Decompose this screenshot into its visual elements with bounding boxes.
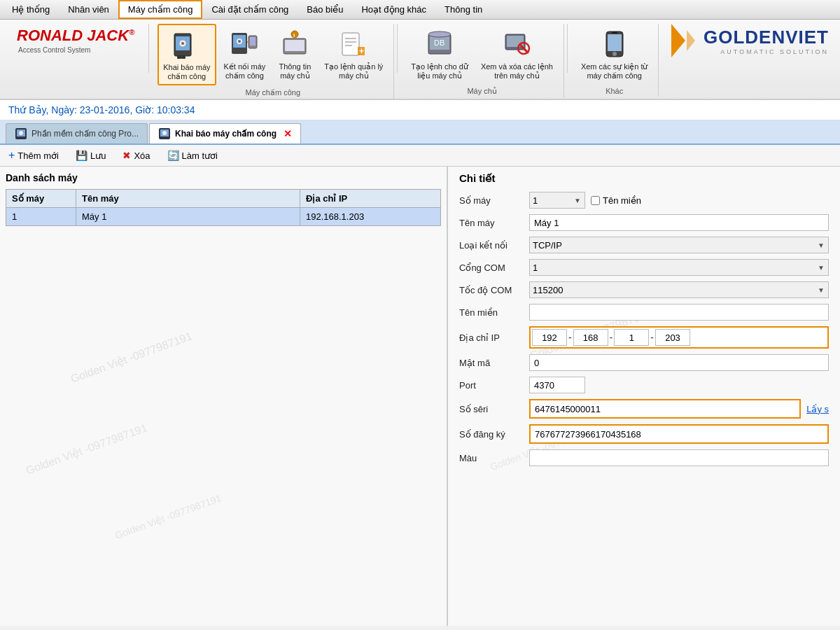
- lay-so-link[interactable]: Lấy s: [806, 404, 829, 414]
- xem-xoa-label: Xem và xóa các lệnhtrên máy chủ: [481, 62, 553, 80]
- svg-text:i: i: [293, 32, 295, 38]
- so-seri-wrapper: [529, 399, 801, 419]
- ribbon-btn-ket-noi[interactable]: Kết nối máychấm công: [219, 24, 271, 85]
- so-seri-control: Lấy s: [529, 399, 829, 419]
- ribbon-group-khac: Xem các sự kiện từmáy chấm công Khác: [570, 24, 659, 97]
- menu-hoat-dong-khac[interactable]: Hoạt động khác: [352, 1, 435, 18]
- ip-segment-3[interactable]: [614, 329, 649, 346]
- label-ten-mien-field: Tên miền: [459, 307, 529, 318]
- form-row-so-may: Số máy 1 Tên miền: [459, 192, 829, 209]
- right-panel: Golden Việt -0977987191 Golden Việt -097…: [448, 167, 840, 626]
- so-dang-ky-input[interactable]: [531, 426, 827, 442]
- ten-may-input[interactable]: [529, 214, 829, 231]
- ribbon-divider-3: [567, 24, 568, 73]
- ip-dash-3: -: [650, 332, 654, 343]
- mat-ma-input[interactable]: [529, 354, 829, 371]
- ribbon-btn-khai-bao[interactable]: Khai báo máychấm công: [158, 24, 216, 85]
- svg-point-35: [19, 131, 23, 135]
- ribbon-btn-tao-lenh-du-lieu[interactable]: DB Tạo lệnh cho dữliệu máy chủ: [406, 24, 473, 84]
- ribbon-btn-tao-lenh-quan-ly[interactable]: + Tạo lệnh quản lýmáy chủ: [319, 24, 388, 85]
- ronald-jack-logo: RONALD JACK®: [17, 27, 134, 45]
- toolbar-luu-label: Lưu: [90, 150, 106, 161]
- toolbar-them-moi-btn[interactable]: + Thêm mới: [6, 148, 62, 163]
- ten-may-control: [529, 214, 829, 231]
- menu-may-cham-cong[interactable]: Máy chấm công: [118, 0, 203, 19]
- svg-point-25: [428, 31, 451, 37]
- form-row-mau: Màu: [459, 449, 829, 466]
- tab-close-btn[interactable]: ✕: [284, 128, 292, 139]
- svg-text:DB: DB: [434, 38, 444, 47]
- golden-viet-logo: GOLDENVIET AUTOMATIC SOLUTION: [671, 24, 834, 57]
- tao-lenh-icon: +: [337, 27, 370, 61]
- toolbar-lam-tuoi-btn[interactable]: 🔄 Làm tươi: [164, 148, 220, 162]
- ip-segment-4[interactable]: [655, 329, 690, 346]
- label-mau: Màu: [459, 453, 529, 463]
- so-seri-input[interactable]: [531, 400, 799, 417]
- luu-icon: 💾: [76, 150, 88, 161]
- ribbon-group-label-2: Máy chủ: [467, 87, 496, 97]
- cong-com-wrapper: 1 2 3 4: [529, 259, 829, 276]
- port-input[interactable]: [529, 377, 585, 393]
- tab-khai-bao-icon: [158, 127, 171, 140]
- toolbar-luu-btn[interactable]: 💾 Lưu: [73, 148, 108, 162]
- cong-com-select[interactable]: 1 2 3 4: [529, 259, 829, 276]
- port-control: [529, 377, 829, 393]
- menu-bao-bieu[interactable]: Báo biểu: [298, 1, 352, 18]
- ribbon-btn-thong-tin-may-chu[interactable]: i Thông tinmáy chủ: [273, 24, 316, 85]
- menu-cai-dat[interactable]: Cài đặt chấm công: [202, 1, 298, 18]
- ribbon-btn-xem-xoa[interactable]: Xem và xóa các lệnhtrên máy chủ: [476, 24, 558, 84]
- menu-he-thong[interactable]: Hệ thống: [3, 1, 59, 18]
- svg-rect-30: [608, 34, 622, 51]
- form-row-ten-may: Tên máy: [459, 214, 829, 231]
- label-so-may: Số máy: [459, 195, 529, 206]
- thong-tin-icon: i: [278, 27, 312, 61]
- toolbar-xoa-btn[interactable]: ✖ Xóa: [120, 148, 153, 162]
- menu-thong-tin[interactable]: Thông tin: [435, 1, 491, 18]
- ribbon-btn-xem-su-kien[interactable]: Xem các sự kiện từmáy chấm công: [576, 24, 653, 84]
- mat-ma-control: [529, 354, 829, 371]
- right-panel-title: Chi tiết: [459, 172, 829, 185]
- label-mat-ma: Mật mã: [459, 358, 529, 368]
- label-so-dang-ky: Số đăng ký: [459, 429, 529, 440]
- mau-input[interactable]: [529, 449, 829, 466]
- form-row-cong-com: Cổng COM 1 2 3 4: [459, 259, 829, 276]
- label-port: Port: [459, 380, 529, 391]
- toc-do-com-control: 115200 57600 38400 19200 9600: [529, 281, 829, 298]
- ten-mien-check-label: Tên miền: [603, 195, 641, 206]
- tab-khai-bao-label: Khai báo máy chấm công: [175, 129, 276, 139]
- tab-khai-bao[interactable]: Khai báo máy chấm công ✕: [149, 123, 301, 144]
- mau-control: [529, 449, 829, 466]
- ten-mien-checkbox[interactable]: [591, 196, 600, 205]
- label-dia-chi-ip: Địa chỉ IP: [459, 332, 529, 343]
- so-may-select[interactable]: 1: [529, 192, 585, 209]
- ten-mien-input[interactable]: [529, 304, 829, 321]
- ribbon-buttons-group3: Xem các sự kiện từmáy chấm công: [576, 24, 653, 84]
- tab-phan-mem-icon: [15, 127, 27, 140]
- menu-nhan-vien[interactable]: Nhân viên: [59, 1, 118, 18]
- loai-ket-noi-select[interactable]: TCP/IP COM USB: [529, 237, 829, 253]
- tab-phan-mem[interactable]: Phần mềm chấm công Pro...: [6, 123, 148, 144]
- tab-phan-mem-label: Phần mềm chấm công Pro...: [31, 129, 139, 139]
- svg-text:+: +: [359, 46, 364, 56]
- left-panel: Danh sách máy Golden Việt -0977987191 Go…: [0, 167, 448, 626]
- khai-bao-label: Khai báo máychấm công: [163, 63, 210, 81]
- svg-point-9: [238, 40, 241, 43]
- ip-control: - - -: [529, 326, 829, 349]
- ip-dash-1: -: [568, 332, 572, 343]
- form-row-so-seri: Số sêri Lấy s: [459, 399, 829, 419]
- svg-point-38: [162, 131, 167, 135]
- ribbon: RONALD JACK® Access Control System: [0, 20, 840, 100]
- label-cong-com: Cổng COM: [459, 262, 529, 273]
- toolbar-lam-tuoi-label: Làm tươi: [182, 150, 218, 161]
- tao-lenh-du-lieu-icon: DB: [423, 27, 456, 61]
- cell-so-may: 1: [6, 208, 76, 225]
- ket-noi-icon: [227, 27, 261, 61]
- ip-segment-1[interactable]: [532, 329, 567, 346]
- toolbar-them-moi-label: Thêm mới: [18, 150, 59, 161]
- toc-do-com-select[interactable]: 115200 57600 38400 19200 9600: [529, 281, 829, 298]
- svg-point-31: [612, 52, 617, 56]
- ip-segment-2[interactable]: [573, 329, 608, 346]
- ribbon-group-may-cham-cong: Khai báo máychấm công: [152, 24, 394, 99]
- watermark-1: Golden Việt -0977987191: [69, 329, 194, 386]
- table-row[interactable]: 1 Máy 1 192.168.1.203: [6, 208, 441, 226]
